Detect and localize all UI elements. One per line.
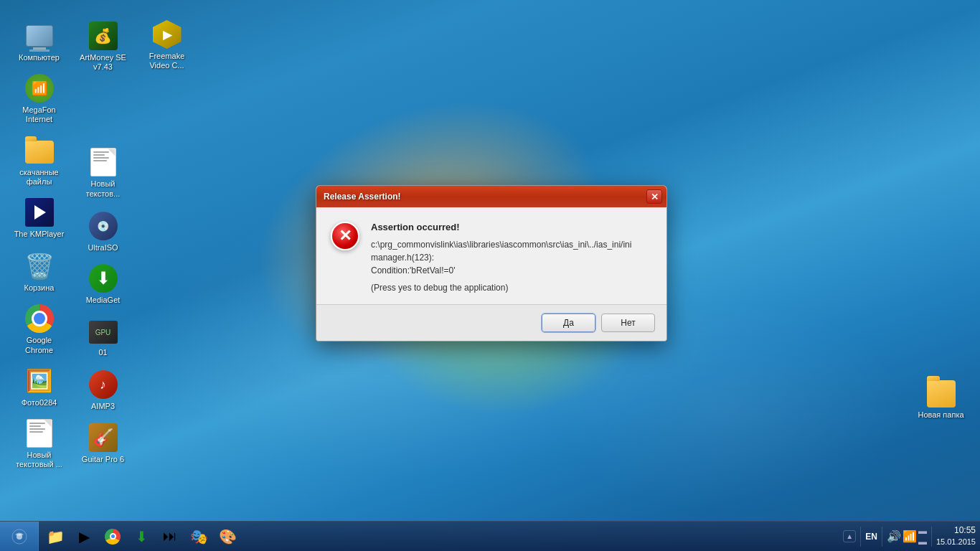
dialog-no-button[interactable]: Нет [601,314,655,332]
taskbar-mediaplayer-button[interactable]: ▶ [70,524,98,550]
dialog-title: Release Assertion! [324,192,401,202]
dialog-footer: Да Нет [316,305,666,341]
start-button[interactable] [0,522,39,552]
taskbar-chrome-button[interactable] [99,524,126,550]
tray-expand-button[interactable]: ▲ [843,530,856,542]
clock-date: 15.01.2015 [936,537,976,547]
taskbar-clock[interactable]: 10:55 15.01.2015 [936,524,976,547]
tray-divider3 [931,527,932,547]
assertion-path: c:\prg_commonvislink\ias\libraries\iasco… [371,238,652,277]
taskbar-kmplayer-button[interactable]: ⏭ [156,524,184,550]
dialog-overlay: Release Assertion! ✕ ✕ Assertion occurre… [0,0,980,521]
network-bars-icon: ▬ ▬ [918,526,927,547]
assertion-title: Assertion occurred! [371,222,652,232]
dialog-titlebar: Release Assertion! ✕ [316,186,666,207]
desktop: Компьютер 📶 MegaFon Internet скачанные ф… [0,0,980,551]
dialog-yes-button[interactable]: Да [542,314,595,332]
language-indicator[interactable]: EN [865,532,877,542]
network-icon[interactable]: 📶 [903,529,917,543]
taskbar-explorer-button[interactable]: 📁 [42,524,69,550]
taskbar-app1-button[interactable]: 🎭 [185,524,212,550]
taskbar: 📁 ▶ ⬇ ⏭ 🎭 [0,521,980,551]
start-orb-icon [6,523,33,550]
assertion-press: (Press yes to debug the application) [371,283,652,293]
taskbar-app2-button[interactable]: 🎨 [214,524,241,550]
tray-divider2 [882,527,882,547]
volume-icon[interactable]: 🔊 [887,529,901,543]
dialog-body: ✕ Assertion occurred! c:\prg_commonvisli… [316,207,666,304]
tray-divider [860,527,861,547]
svg-point-1 [17,534,22,540]
clock-time: 10:55 [936,524,976,537]
dialog-close-button[interactable]: ✕ [646,189,662,204]
taskbar-downloader-button[interactable]: ⬇ [128,524,155,550]
system-tray: ▲ EN 🔊 📶 ▬ ▬ 10:55 15.01.2015 [839,522,980,551]
dialog-message: Assertion occurred! c:\prg_commonvislink… [371,222,652,293]
assertion-dialog: Release Assertion! ✕ ✕ Assertion occurre… [316,185,667,342]
taskbar-items: 📁 ▶ ⬇ ⏭ 🎭 [39,522,839,551]
error-icon: ✕ [331,222,359,250]
